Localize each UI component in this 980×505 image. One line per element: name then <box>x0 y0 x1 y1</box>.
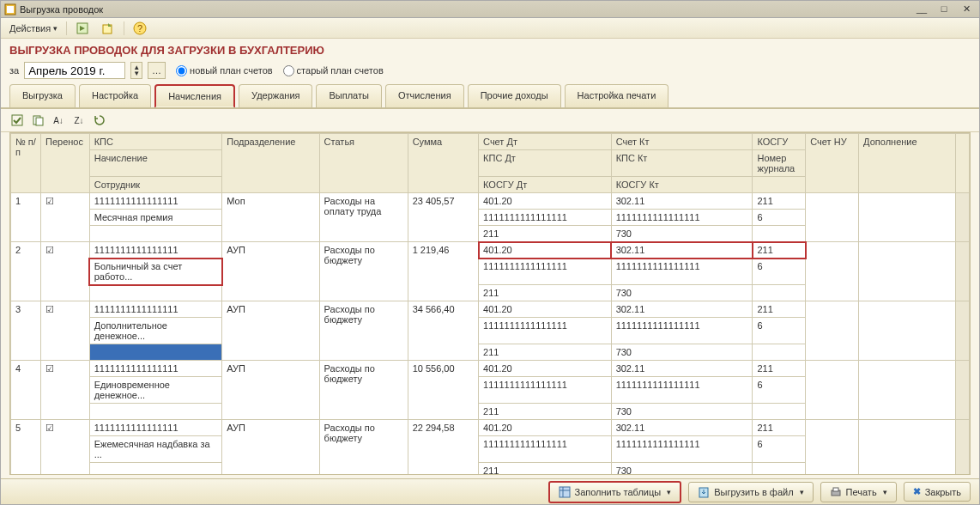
cell-sch-nu[interactable] <box>806 193 859 242</box>
close-button[interactable]: ✖ Закрыть <box>904 482 971 502</box>
cell-stat[interactable]: Расходы по бюджету <box>319 361 408 420</box>
cell-blank[interactable] <box>753 404 806 420</box>
cell-sch-dt[interactable]: 401.20 <box>479 193 612 210</box>
cell-dop[interactable] <box>859 301 956 361</box>
close-window-button[interactable]: ✕ <box>957 3 976 15</box>
cell-blank[interactable] <box>753 463 806 476</box>
cell-kosgu-kt[interactable]: 730 <box>611 285 753 301</box>
col-num[interactable]: № п/п <box>11 134 41 193</box>
tab-settings[interactable]: Настройка <box>79 84 151 108</box>
cell-kosgu-dt[interactable]: 211 <box>479 463 612 476</box>
tab-other-income[interactable]: Прочие доходы <box>468 84 561 108</box>
cell-sch-dt[interactable]: 401.20 <box>479 420 612 436</box>
period-input[interactable] <box>24 62 125 79</box>
col-sotr[interactable]: Сотрудник <box>89 177 222 193</box>
data-grid[interactable]: № п/п Перенос КПС Подразделение Статья С… <box>9 132 971 475</box>
fill-tables-button[interactable]: Заполнить таблицы <box>548 481 682 503</box>
plan-new-radio[interactable]: новый план счетов <box>176 65 273 76</box>
tab-payments[interactable]: Выплаты <box>316 84 381 108</box>
cell-kps[interactable]: 1111111111111111 <box>89 301 222 318</box>
cell-nomer[interactable]: 6 <box>753 318 806 344</box>
cell-kps[interactable]: 1111111111111111 <box>89 420 222 436</box>
cell-kosgu-dt[interactable]: 211 <box>479 226 612 242</box>
cell-kps-kt[interactable]: 1111111111111111 <box>611 259 753 285</box>
sort-asc-icon[interactable]: A↓ <box>51 113 66 128</box>
cell-summa[interactable]: 1 219,46 <box>408 242 478 301</box>
cell-kosgu-dt[interactable]: 211 <box>479 404 612 420</box>
cell-kosgu[interactable]: 211 <box>753 242 806 259</box>
cell-nachis[interactable]: Дополнительное денежное... <box>89 318 222 344</box>
cell-summa[interactable]: 10 556,00 <box>408 361 478 420</box>
cell-kosgu-kt[interactable]: 730 <box>611 404 753 420</box>
cell-stat[interactable]: Расходы на оплату труда <box>319 193 408 242</box>
cell-kps[interactable]: 1111111111111111 <box>89 361 222 377</box>
cell-kosgu[interactable]: 211 <box>753 361 806 377</box>
cell-nachis[interactable]: Единовременное денежное... <box>89 377 222 404</box>
cell-sch-kt[interactable]: 302.11 <box>611 193 753 210</box>
cell-sotr[interactable] <box>89 285 222 301</box>
cell-sch-nu[interactable] <box>806 420 859 476</box>
cell-kps-kt[interactable]: 1111111111111111 <box>611 318 753 344</box>
grid-check-icon[interactable] <box>9 113 25 128</box>
cell-podr[interactable]: АУП <box>222 301 319 361</box>
cell-kps[interactable]: 1111111111111111 <box>89 242 222 259</box>
cell-perenos[interactable]: ☑ <box>41 301 90 361</box>
cell-sch-kt[interactable]: 302.11 <box>611 242 753 259</box>
cell-blank[interactable] <box>753 285 806 301</box>
period-spinner[interactable]: ▲▼ <box>130 62 142 79</box>
cell-podr[interactable]: АУП <box>222 420 319 476</box>
cell-kosgu[interactable]: 211 <box>753 420 806 436</box>
cell-kosgu[interactable]: 211 <box>753 193 806 210</box>
scrollbar-v[interactable] <box>956 242 970 301</box>
maximize-button[interactable]: □ <box>935 3 953 15</box>
cell-sotr[interactable] <box>89 226 222 242</box>
print-button[interactable]: Печать <box>820 482 897 502</box>
cell-dop[interactable] <box>859 420 956 476</box>
cell-sch-dt[interactable]: 401.20 <box>479 301 612 318</box>
cell-stat[interactable]: Расходы по бюджету <box>319 301 408 361</box>
col-sch-nu[interactable]: Счет НУ <box>806 134 859 193</box>
cell-num[interactable]: 3 <box>11 301 41 361</box>
cell-kosgu-dt[interactable]: 211 <box>479 344 612 361</box>
refresh-icon[interactable] <box>92 113 107 128</box>
cell-sch-dt[interactable]: 401.20 <box>479 242 612 259</box>
cell-kosgu-kt[interactable]: 730 <box>611 463 753 476</box>
cell-blank[interactable] <box>753 344 806 361</box>
cell-dop[interactable] <box>859 193 956 242</box>
col-summa[interactable]: Сумма <box>408 134 478 193</box>
col-kosgu-dt[interactable]: КОСГУ Дт <box>479 177 612 193</box>
cell-kosgu-kt[interactable]: 730 <box>611 226 753 242</box>
cell-kosgu-kt[interactable]: 730 <box>611 344 753 361</box>
scrollbar-v[interactable] <box>956 193 970 242</box>
cell-dop[interactable] <box>859 361 956 420</box>
sort-desc-icon[interactable]: Z↓ <box>71 113 87 128</box>
cell-kps-kt[interactable]: 1111111111111111 <box>611 436 753 463</box>
cell-kps-kt[interactable]: 1111111111111111 <box>611 377 753 404</box>
tab-deductions[interactable]: Удержания <box>239 84 312 108</box>
cell-perenos[interactable]: ☑ <box>41 420 90 476</box>
minimize-button[interactable]: __ <box>912 3 931 15</box>
tab-contributions[interactable]: Отчисления <box>385 84 464 108</box>
col-perenos[interactable]: Перенос <box>41 134 90 193</box>
tab-accruals[interactable]: Начисления <box>154 84 235 108</box>
cell-kps-dt[interactable]: 1111111111111111 <box>479 436 612 463</box>
cell-sch-kt[interactable]: 302.11 <box>611 420 753 436</box>
cell-sch-nu[interactable] <box>806 361 859 420</box>
cell-sotr[interactable] <box>89 344 222 361</box>
cell-kosgu-dt[interactable]: 211 <box>479 285 612 301</box>
cell-sch-dt[interactable]: 401.20 <box>479 361 612 377</box>
col-sch-dt[interactable]: Счет Дт <box>479 134 612 150</box>
col-dop[interactable]: Дополнение <box>859 134 956 193</box>
cell-nomer[interactable]: 6 <box>753 210 806 226</box>
cell-podr[interactable]: АУП <box>222 242 319 301</box>
scrollbar-v[interactable] <box>956 134 970 193</box>
toolbar-btn-1[interactable] <box>72 20 93 37</box>
cell-num[interactable]: 2 <box>11 242 41 301</box>
cell-num[interactable]: 1 <box>11 193 41 242</box>
col-kosgu-kt[interactable]: КОСГУ Кт <box>611 177 753 193</box>
scrollbar-v[interactable] <box>956 420 970 476</box>
help-button[interactable]: ? <box>130 20 150 37</box>
tab-export[interactable]: Выгрузка <box>9 84 76 108</box>
cell-summa[interactable]: 22 294,58 <box>408 420 478 476</box>
cell-kps-dt[interactable]: 1111111111111111 <box>479 210 612 226</box>
